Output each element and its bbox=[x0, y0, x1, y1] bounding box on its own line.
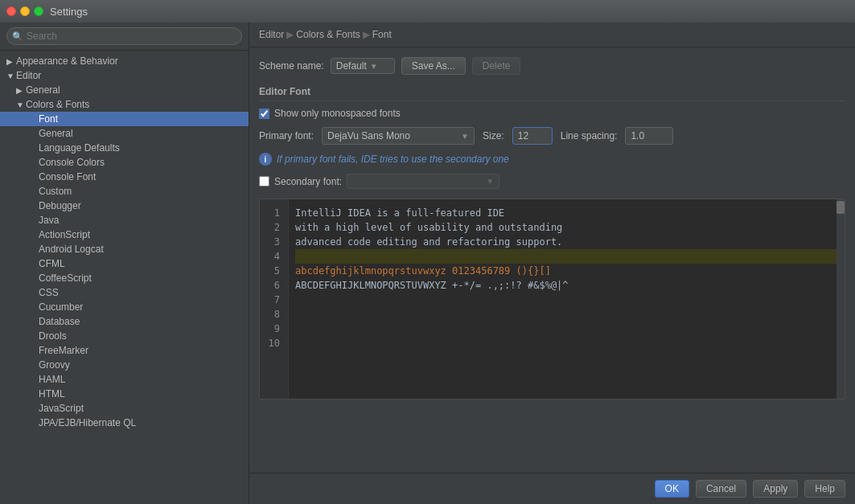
sidebar-item-label: JavaScript bbox=[39, 403, 84, 414]
close-button[interactable] bbox=[6, 6, 16, 16]
scroll-thumb[interactable] bbox=[837, 201, 845, 214]
arrow-none bbox=[29, 173, 39, 182]
arrow-none bbox=[29, 187, 39, 196]
sidebar-item-css[interactable]: CSS bbox=[0, 285, 249, 300]
sidebar-item-label: CSS bbox=[39, 287, 59, 298]
arrow-none bbox=[29, 260, 39, 268]
breadcrumb-font: Font bbox=[372, 29, 392, 40]
breadcrumb-sep-1: ▶ bbox=[286, 29, 294, 40]
monospaced-checkbox-row: Show only monospaced fonts bbox=[259, 108, 845, 119]
sidebar-item-label: Groovy bbox=[39, 359, 70, 371]
sidebar-item-cfml[interactable]: CFML bbox=[0, 256, 249, 271]
search-wrapper: 🔍 bbox=[6, 27, 242, 45]
sidebar-item-action-script[interactable]: ActionScript bbox=[0, 227, 249, 242]
sidebar-item-console-font[interactable]: Console Font bbox=[0, 170, 249, 184]
arrow-none bbox=[29, 231, 39, 240]
minimize-button[interactable] bbox=[20, 6, 30, 16]
save-as-button[interactable]: Save As... bbox=[401, 57, 466, 75]
sidebar-item-html[interactable]: HTML bbox=[0, 387, 249, 401]
sidebar-item-colors-fonts[interactable]: ▼ Colors & Fonts bbox=[0, 97, 249, 112]
sidebar-item-label: Custom bbox=[39, 186, 72, 197]
search-input[interactable] bbox=[6, 27, 242, 45]
bottom-bar: OK Cancel Apply Help bbox=[249, 473, 855, 504]
sidebar-item-haml[interactable]: HAML bbox=[0, 372, 249, 387]
tree-area: ▶ Appearance & Behavior ▼ Editor ▶ Gener… bbox=[0, 51, 249, 504]
sidebar-item-label: Debugger bbox=[39, 200, 81, 211]
sidebar-item-general[interactable]: ▶ General bbox=[0, 83, 249, 97]
breadcrumb-editor: Editor bbox=[259, 29, 284, 40]
maximize-button[interactable] bbox=[34, 6, 43, 16]
secondary-font-dropdown[interactable]: ▼ bbox=[347, 174, 499, 189]
arrow-none bbox=[29, 289, 39, 297]
sidebar-item-freemarker[interactable]: FreeMarker bbox=[0, 343, 249, 358]
sidebar-item-label: FreeMarker bbox=[39, 345, 88, 356]
sidebar-item-label: Java bbox=[39, 215, 59, 226]
breadcrumb-colors-fonts: Colors & Fonts bbox=[296, 29, 360, 40]
monospaced-label: Show only monospaced fonts bbox=[274, 108, 401, 119]
content-area: Scheme name: Default ▼ Save As... Delete… bbox=[249, 47, 855, 473]
breadcrumb-sep-2: ▶ bbox=[363, 29, 370, 40]
info-row: i If primary font fails, IDE tries to us… bbox=[259, 153, 845, 166]
left-panel: 🔍 ▶ Appearance & Behavior ▼ Editor ▶ Gen… bbox=[0, 23, 249, 504]
breadcrumb: Editor ▶ Colors & Fonts ▶ Font bbox=[249, 23, 855, 47]
scheme-dropdown[interactable]: Default ▼ bbox=[331, 58, 395, 74]
scheme-label: Scheme name: bbox=[259, 60, 324, 72]
sidebar-item-general2[interactable]: General bbox=[0, 126, 249, 141]
sidebar-item-label: ActionScript bbox=[39, 229, 90, 240]
sidebar-item-label: Cucumber bbox=[39, 301, 83, 313]
monospaced-checkbox[interactable] bbox=[259, 109, 269, 119]
sidebar-item-console-colors[interactable]: Console Colors bbox=[0, 155, 249, 170]
sidebar-item-android-logcat[interactable]: Android Logcat bbox=[0, 242, 249, 256]
traffic-lights bbox=[6, 6, 43, 16]
sidebar-item-jpa[interactable]: JPA/EJB/Hibernate QL bbox=[0, 416, 249, 430]
window-title: Settings bbox=[50, 6, 88, 18]
chevron-down-icon: ▼ bbox=[461, 132, 469, 141]
sidebar-item-groovy[interactable]: Groovy bbox=[0, 358, 249, 372]
arrow-none bbox=[29, 115, 39, 124]
sidebar-item-label: HAML bbox=[39, 374, 65, 385]
sidebar-item-cucumber[interactable]: Cucumber bbox=[0, 300, 249, 314]
arrow-down-icon: ▼ bbox=[6, 72, 16, 80]
primary-font-value: DejaVu Sans Mono bbox=[327, 130, 458, 141]
sidebar-item-debugger[interactable]: Debugger bbox=[0, 199, 249, 213]
chevron-down-icon: ▼ bbox=[486, 177, 494, 186]
sidebar-item-custom[interactable]: Custom bbox=[0, 184, 249, 199]
arrow-none bbox=[29, 375, 39, 384]
scheme-row: Scheme name: Default ▼ Save As... Delete bbox=[259, 57, 845, 75]
arrow-right-icon: ▶ bbox=[16, 86, 26, 95]
line-spacing-label: Line spacing: bbox=[561, 130, 618, 141]
size-input[interactable] bbox=[512, 127, 553, 145]
help-button[interactable]: Help bbox=[804, 480, 845, 498]
sidebar-item-coffeescript[interactable]: CoffeeScript bbox=[0, 271, 249, 285]
arrow-none bbox=[29, 303, 39, 312]
sidebar-item-javascript[interactable]: JavaScript bbox=[0, 401, 249, 416]
chevron-down-icon: ▼ bbox=[370, 62, 378, 71]
sidebar-item-language-defaults[interactable]: Language Defaults bbox=[0, 141, 249, 155]
sidebar-item-appearance[interactable]: ▶ Appearance & Behavior bbox=[0, 54, 249, 68]
editor-font-section-title: Editor Font bbox=[259, 86, 845, 101]
arrow-none bbox=[29, 419, 39, 428]
primary-font-label: Primary font: bbox=[259, 130, 314, 141]
sidebar-item-drools[interactable]: Drools bbox=[0, 329, 249, 343]
sidebar-item-database[interactable]: Database bbox=[0, 314, 249, 329]
arrow-none bbox=[29, 158, 39, 167]
sidebar-item-editor[interactable]: ▼ Editor bbox=[0, 68, 249, 83]
delete-button[interactable]: Delete bbox=[472, 57, 521, 75]
line-spacing-input[interactable] bbox=[625, 127, 673, 145]
sidebar-item-java[interactable]: Java bbox=[0, 213, 249, 227]
arrow-none bbox=[29, 216, 39, 225]
sidebar-item-label: CoffeeScript bbox=[39, 272, 92, 284]
sidebar-item-label: Console Font bbox=[39, 171, 96, 182]
primary-font-row: Primary font: DejaVu Sans Mono ▼ Size: L… bbox=[259, 127, 845, 145]
cancel-button[interactable]: Cancel bbox=[696, 480, 746, 498]
ok-button[interactable]: OK bbox=[655, 480, 689, 498]
sidebar-item-label: Editor bbox=[16, 70, 41, 81]
main-layout: 🔍 ▶ Appearance & Behavior ▼ Editor ▶ Gen… bbox=[0, 23, 855, 504]
sidebar-item-font[interactable]: Font bbox=[0, 112, 249, 126]
title-bar: Settings bbox=[0, 0, 855, 23]
secondary-font-checkbox[interactable] bbox=[259, 176, 269, 186]
apply-button[interactable]: Apply bbox=[753, 480, 798, 498]
sidebar-item-label: Drools bbox=[39, 330, 67, 342]
scrollbar[interactable] bbox=[837, 199, 845, 399]
primary-font-dropdown[interactable]: DejaVu Sans Mono ▼ bbox=[322, 127, 475, 145]
